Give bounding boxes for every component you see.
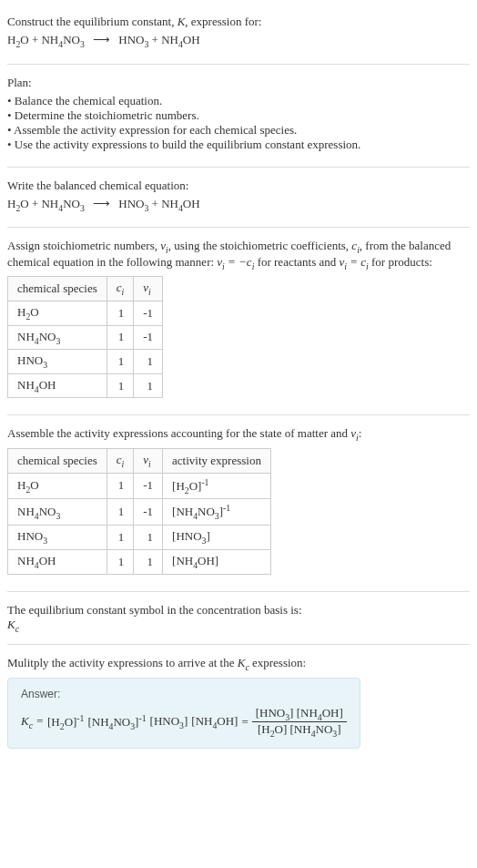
table-row: H2O 1 -1 [H2O]-1 <box>8 473 271 499</box>
table-header-row: chemical species ci νi activity expressi… <box>8 448 271 473</box>
kc-expression: Kc = [H2O]-1 [NH4NO3]-1 [HNO3] [NH4OH] =… <box>21 706 347 739</box>
divider <box>7 644 470 645</box>
cell-nu: -1 <box>134 499 163 526</box>
plan-list: Balance the chemical equation. Determine… <box>7 94 470 152</box>
plan-item: Determine the stoichiometric numbers. <box>7 108 470 123</box>
cell-nu: 1 <box>134 549 163 574</box>
table-row: HNO3 1 1 <box>8 350 163 374</box>
denominator: [H2O] [NH4NO3] <box>252 722 347 739</box>
assign-section: Assign stoichiometric numbers, νi, using… <box>7 231 470 411</box>
term4: [NH4OH] <box>191 714 238 730</box>
divider <box>7 227 470 228</box>
cell-species: HNO3 <box>8 350 107 374</box>
cell-ci: 1 <box>107 301 134 325</box>
cell-species: NH4OH <box>8 549 107 574</box>
balanced-equation: H2O + NH4NO3 ⟶ HNO3 + NH4OH <box>7 197 470 213</box>
multiply-text: Mulitply the activity expressions to arr… <box>7 656 470 672</box>
assemble-prefix: Assemble the activity expressions accoun… <box>7 426 350 440</box>
assign-mid3: for reactants and <box>254 255 339 269</box>
cell-species: HNO3 <box>8 526 107 550</box>
table-row: HNO3 1 1 [HNO3] <box>8 526 271 550</box>
cell-nu: -1 <box>134 473 163 499</box>
col-species: chemical species <box>8 277 107 301</box>
cell-species: NH4NO3 <box>8 499 107 526</box>
cell-nu: 1 <box>134 526 163 550</box>
kc-symbol: Kc <box>7 618 470 634</box>
plan-title: Plan: <box>7 76 470 90</box>
term3: [HNO3] <box>150 714 188 730</box>
fraction: [HNO3] [NH4OH] [H2O] [NH4NO3] <box>252 706 347 739</box>
prompt-line: Construct the equilibrium constant, K, e… <box>7 15 470 29</box>
table-row: NH4NO3 1 -1 [NH4NO3]-1 <box>8 499 271 526</box>
col-nu: νi <box>134 277 163 301</box>
answer-box: Answer: Kc = [H2O]-1 [NH4NO3]-1 [HNO3] [… <box>7 678 360 749</box>
stoich-table: chemical species ci νi H2O 1 -1 NH4NO3 1… <box>7 276 163 398</box>
header-section: Construct the equilibrium constant, K, e… <box>7 7 470 60</box>
assign-text: Assign stoichiometric numbers, νi, using… <box>7 239 470 271</box>
balanced-title: Write the balanced chemical equation: <box>7 179 470 193</box>
table-row: NH4NO3 1 -1 <box>8 325 163 350</box>
cell-ci: 1 <box>107 499 134 526</box>
term1: [H2O]-1 <box>47 713 84 731</box>
cell-nu: -1 <box>134 325 163 350</box>
symbol-text: The equilibrium constant symbol in the c… <box>7 603 470 618</box>
assemble-section: Assemble the activity expressions accoun… <box>7 419 470 587</box>
divider <box>7 167 470 168</box>
plan-section: Plan: Balance the chemical equation. Det… <box>7 68 470 163</box>
col-nu: νi <box>134 448 163 473</box>
multiply-suffix: expression: <box>249 656 306 669</box>
col-ci: ci <box>107 448 134 473</box>
multiply-prefix: Mulitply the activity expressions to arr… <box>7 656 238 669</box>
table-row: NH4OH 1 1 [NH4OH] <box>8 549 271 574</box>
assign-suffix: for products: <box>369 255 432 269</box>
col-ci: ci <box>107 277 134 301</box>
term2: [NH4NO3]-1 <box>87 713 146 731</box>
cell-activity: [NH4NO3]-1 <box>163 499 271 526</box>
cell-activity: [HNO3] <box>163 526 271 550</box>
kc-lhs: Kc = <box>21 714 44 730</box>
answer-label: Answer: <box>21 688 347 700</box>
equals: = <box>241 715 248 730</box>
cell-nu: 1 <box>134 373 163 398</box>
table-row: NH4OH 1 1 <box>8 373 163 398</box>
assemble-suffix: : <box>359 426 362 440</box>
cell-activity: [NH4OH] <box>163 549 271 574</box>
cell-ci: 1 <box>107 526 134 550</box>
cell-ci: 1 <box>107 373 134 398</box>
table-row: H2O 1 -1 <box>8 301 163 325</box>
cell-activity: [H2O]-1 <box>163 473 271 499</box>
cell-species: H2O <box>8 301 107 325</box>
prompt-suffix: , expression for: <box>185 15 261 28</box>
cell-ci: 1 <box>107 549 134 574</box>
cell-nu: -1 <box>134 301 163 325</box>
activity-table: chemical species ci νi activity expressi… <box>7 448 271 575</box>
cell-ci: 1 <box>107 473 134 499</box>
header-equation: H2O + NH4NO3 ⟶ HNO3 + NH4OH <box>7 33 470 49</box>
col-species: chemical species <box>8 448 107 473</box>
assign-mid1: , using the stoichiometric coefficients, <box>168 239 352 252</box>
balanced-section: Write the balanced chemical equation: H2… <box>7 171 470 224</box>
numerator: [HNO3] [NH4OH] <box>252 706 347 723</box>
cell-species: NH4OH <box>8 373 107 398</box>
plan-item: Use the activity expressions to build th… <box>7 138 470 152</box>
cell-nu: 1 <box>134 350 163 374</box>
col-activity: activity expression <box>163 448 271 473</box>
divider <box>7 64 470 65</box>
cell-species: H2O <box>8 473 107 499</box>
cell-species: NH4NO3 <box>8 325 107 350</box>
divider <box>7 414 470 415</box>
multiply-section: Mulitply the activity expressions to arr… <box>7 648 470 761</box>
plan-item: Assemble the activity expression for eac… <box>7 123 470 138</box>
divider <box>7 591 470 592</box>
prompt-prefix: Construct the equilibrium constant, <box>7 15 178 28</box>
cell-ci: 1 <box>107 325 134 350</box>
symbol-section: The equilibrium constant symbol in the c… <box>7 596 470 641</box>
table-header-row: chemical species ci νi <box>8 277 163 301</box>
plan-item: Balance the chemical equation. <box>7 94 470 108</box>
cell-ci: 1 <box>107 350 134 374</box>
assemble-text: Assemble the activity expressions accoun… <box>7 426 470 443</box>
assign-prefix: Assign stoichiometric numbers, <box>7 239 160 252</box>
